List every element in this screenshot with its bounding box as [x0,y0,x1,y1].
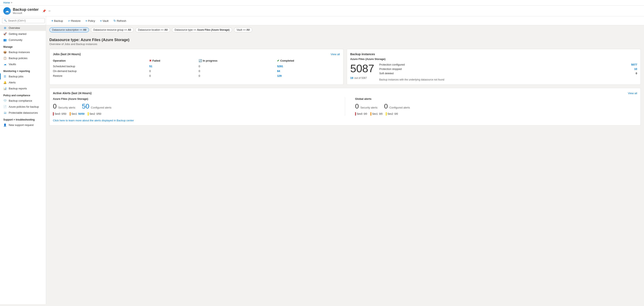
sidebar-item-vaults[interactable]: ☁ Vaults [0,61,46,67]
alerts-content: Azure Files (Azure Storage) 0 Security a… [53,97,637,116]
alerts-global-title: Global alerts [355,97,637,100]
bi-underlying-num[interactable]: 19 [350,76,353,80]
sidebar-search-container: 🔍 « [0,16,46,25]
job-row-1-failed[interactable]: 51 [149,64,198,69]
filter-chip-location[interactable]: Datasource location == All [135,28,170,32]
bi-stat-2-val[interactable]: 10 [634,68,637,70]
breadcrumb-home[interactable]: Home [3,1,10,4]
sidebar-item-protectable-datasources[interactable]: 🗂 Protectable datasources [0,110,46,116]
backup-jobs-icon: ☰ [3,75,7,78]
global-sev2-val: 0/0 [394,112,398,115]
sidebar: 🔍 « ⊞ Overview 🚀 Getting started 👥 Commu… [0,16,46,304]
filter-chip-subscription[interactable]: Datasource subscription == All [50,28,89,32]
overview-icon: ⊞ [3,26,7,30]
top-cards-row: Jobs (last 24 Hours) View all Operation … [50,49,641,85]
sidebar-item-backup-instances[interactable]: 📦 Backup instances [0,49,46,55]
filter-resource-group-label: Datasource resource group == All [94,28,131,31]
sidebar-item-community[interactable]: 👥 Community [0,37,46,43]
app-subtitle: Microsoft [13,12,38,14]
table-row: Restore 0 0 129 [53,74,340,78]
bi-stat-3-label: Soft deleted [379,72,394,75]
search-input[interactable] [8,19,43,22]
bi-left: 5087 19 out of 5087 [350,63,374,80]
getting-started-icon: 🚀 [3,32,7,36]
jobs-col-operation: Operation [53,58,149,64]
sidebar-item-backup-jobs[interactable]: ☰ Backup jobs [0,74,46,80]
global-sev2-bar [386,112,387,116]
bi-big-number[interactable]: 5087 [350,63,374,74]
alerts-card: Active Alerts (last 24 Hours) View all A… [50,88,641,126]
app-title: Backup center [13,8,38,12]
alerts-global-security: 0 Security alerts [355,102,378,110]
pin-icon[interactable]: 📌 [42,9,46,13]
sev1-val-blue[interactable]: 50/50 [78,112,84,115]
table-row: On-demand backup 0 0 64 [53,69,340,74]
alerts-learn-more[interactable]: Click here to learn more about the alert… [53,119,637,122]
content-area: + Backup ↩ Restore + Policy + Vault ↻ Re… [46,16,644,304]
community-label: Community [9,38,22,42]
toolbar: + Backup ↩ Restore + Policy + Vault ↻ Re… [46,16,644,25]
azure-sev2: Sev2 0/50 [88,112,101,116]
sev1-bar [70,112,70,116]
jobs-col-completed: ✔Completed [277,58,340,64]
job-row-2-progress: 0 [198,69,277,74]
filter-chip-datasource-type[interactable]: Datasource type == Azure Files (Azure St… [172,28,232,32]
refresh-button[interactable]: ↻ Refresh [112,18,128,24]
backup-instances-icon: 📦 [3,50,7,54]
jobs-card-header: Jobs (last 24 Hours) View all [53,52,340,56]
filter-chip-vault[interactable]: Vault == All [234,28,252,32]
azure-sev0: Sev0 0/50 [53,112,66,116]
sidebar-item-backup-policies[interactable]: 📋 Backup policies [0,55,46,61]
azure-sev1: Sev1 50/50 [70,112,84,116]
job-row-1-operation: Scheduled backup [53,64,149,69]
sidebar-item-new-support-request[interactable]: 👤 New support request [0,122,46,128]
filters-bar: Datasource subscription == All Datasourc… [46,25,644,34]
sidebar-item-getting-started[interactable]: 🚀 Getting started [0,31,46,37]
filter-location-label: Datasource location == All [138,28,168,31]
backup-policies-icon: 📋 [3,57,7,60]
alerts-azure-security: 0 Security alerts [53,102,75,110]
alerts-divider [345,97,345,116]
sidebar-item-backup-reports[interactable]: 📊 Backup reports [0,86,46,92]
backup-policies-label: Backup policies [9,57,28,60]
restore-button[interactable]: ↩ Restore [66,18,83,24]
failed-icon: ✖ [149,59,152,62]
filter-chip-resource-group[interactable]: Datasource resource group == All [91,28,134,32]
alerts-azure-nums: 0 Security alerts 50 Configured alerts [53,102,335,110]
alerts-view-all[interactable]: View all [628,92,637,95]
policy-button[interactable]: + Policy [84,18,97,24]
sidebar-item-azure-policies[interactable]: 📄 Azure policies for backup [0,104,46,110]
jobs-col-progress: 🔄In progress [198,58,277,64]
filter-datasource-type-label: Datasource type == Azure Files (Azure St… [174,28,230,31]
job-row-2-completed[interactable]: 64 [277,69,340,74]
alerts-global-section: Global alerts 0 Security alerts 0 Config… [355,97,637,116]
more-icon[interactable]: ··· [48,9,50,13]
vault-label: Vault [102,19,108,22]
global-sev1: Sev1 0/0 [370,112,382,116]
jobs-view-all[interactable]: View all [330,53,340,56]
bi-stat-1-val[interactable]: 5077 [631,63,637,66]
sev2-val: 0/50 [96,112,101,115]
protectable-datasources-icon: 🗂 [3,111,7,114]
sev2-bar [88,112,88,116]
jobs-table: Operation ✖Failed 🔄In progress ✔Complete… [53,58,340,78]
main-layout: 🔍 « ⊞ Overview 🚀 Getting started 👥 Commu… [0,16,644,304]
job-row-3-completed[interactable]: 129 [277,74,340,78]
getting-started-label: Getting started [9,32,26,36]
sidebar-item-alerts[interactable]: 🔔 Alerts [0,80,46,86]
alerts-label: Alerts [9,81,16,84]
global-sev1-val: 0/0 [379,112,382,115]
sidebar-item-overview[interactable]: ⊞ Overview [0,25,46,31]
vault-button[interactable]: + Vault [98,18,110,24]
overview-label: Overview [9,26,20,30]
global-sev2: Sev2 0/0 [386,112,398,116]
backup-button[interactable]: + Backup [50,18,65,24]
job-row-2-failed: 0 [149,69,198,74]
completed-icon: ✔ [277,59,279,62]
jobs-card: Jobs (last 24 Hours) View all Operation … [50,49,344,85]
global-sev0-bar [355,112,356,116]
sidebar-item-backup-compliance[interactable]: 🛡 Backup compliance [0,98,46,104]
job-row-1-completed[interactable]: 5291 [277,64,340,69]
global-sev0-label: Sev0 [357,112,362,115]
bi-underlying-desc-text: Backup instances with the underlying dat… [379,78,444,81]
